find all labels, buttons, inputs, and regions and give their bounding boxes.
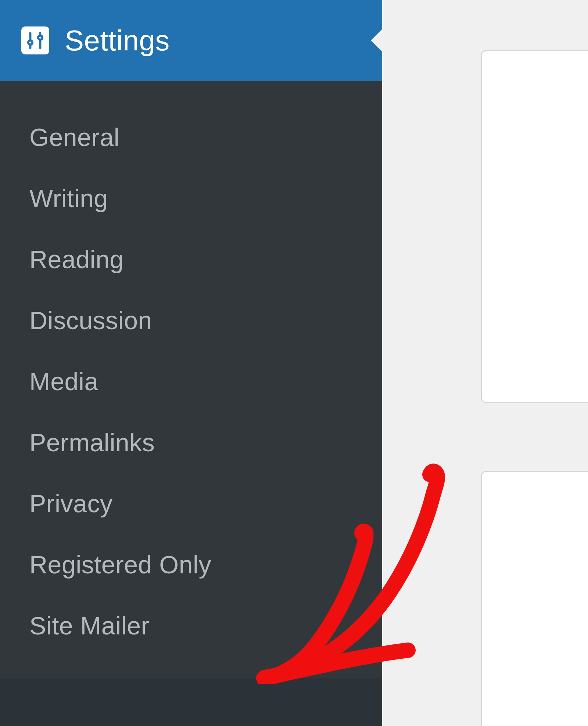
submenu-item-label: Media — [29, 367, 98, 395]
submenu-item-label: Writing — [29, 184, 108, 212]
submenu-item-label: Permalinks — [29, 428, 155, 456]
submenu-item-label: Registered Only — [29, 551, 211, 579]
submenu-item-media[interactable]: Media — [0, 351, 382, 412]
content-area — [382, 0, 588, 726]
menu-header-settings[interactable]: Settings — [0, 0, 382, 81]
settings-submenu: General Writing Reading Discussion Media… — [0, 81, 382, 678]
menu-header-label: Settings — [65, 24, 170, 57]
admin-sidebar: Settings General Writing Reading Discuss… — [0, 0, 382, 726]
submenu-item-reading[interactable]: Reading — [0, 229, 382, 290]
submenu-item-privacy[interactable]: Privacy — [0, 473, 382, 534]
submenu-item-label: General — [29, 123, 119, 151]
submenu-item-general[interactable]: General — [0, 107, 382, 168]
submenu-item-label: Site Mailer — [29, 612, 150, 640]
submenu-item-registered-only[interactable]: Registered Only — [0, 534, 382, 595]
svg-point-2 — [28, 40, 32, 45]
submenu-item-label: Privacy — [29, 490, 112, 517]
submenu-item-site-mailer[interactable]: Site Mailer — [0, 595, 382, 656]
submenu-item-label: Discussion — [29, 306, 152, 334]
submenu-item-permalinks[interactable]: Permalinks — [0, 412, 382, 473]
submenu-item-discussion[interactable]: Discussion — [0, 290, 382, 351]
submenu-item-label: Reading — [29, 245, 124, 273]
content-panel — [481, 471, 588, 726]
content-panel — [481, 50, 588, 403]
sliders-icon — [21, 26, 49, 54]
submenu-item-writing[interactable]: Writing — [0, 168, 382, 229]
svg-point-5 — [38, 36, 42, 40]
active-menu-pointer-icon — [371, 29, 383, 52]
